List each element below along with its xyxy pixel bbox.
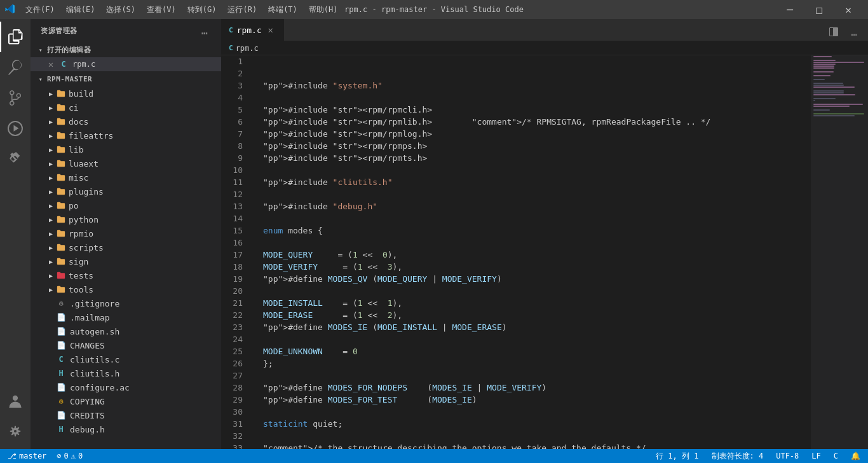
language-status[interactable]: C (831, 449, 841, 463)
open-editors-section[interactable]: ▾ 打开的编辑器 (31, 42, 221, 57)
statusbar-left: ⎇ master ⊘ 0 ⚠ 0 (5, 449, 85, 463)
sidebar-more-actions[interactable]: … (198, 24, 211, 37)
feedback-icon: 🔔 (851, 452, 860, 460)
tree-item-po[interactable]: ▶po (31, 198, 221, 212)
line-number: 17 (221, 249, 248, 261)
tree-item-credits[interactable]: 📄CREDITS (31, 408, 221, 422)
tree-item-cliutils-h[interactable]: Hcliutils.h (31, 366, 221, 380)
tree-item-sign[interactable]: ▶sign (31, 254, 221, 268)
code-line: "pp">#include "str"><rpm/rpmlib.h> "comm… (263, 116, 811, 128)
more-tabs-button[interactable]: … (845, 23, 863, 41)
folder-chevron: ▶ (46, 116, 56, 127)
menu-select[interactable]: 选择(S) (101, 3, 140, 17)
tree-item-tools[interactable]: ▶tools (31, 282, 221, 296)
position-label: 行 1, 列 1 (656, 451, 698, 462)
file-label: configure.ac (70, 383, 130, 392)
minimap-line (813, 98, 836, 99)
activity-extensions[interactable] (0, 144, 31, 174)
activity-source-control[interactable] (0, 83, 31, 113)
file-label: COPYING (70, 397, 105, 406)
code-line (263, 164, 811, 176)
errors-status[interactable]: ⊘ 0 ⚠ 0 (54, 449, 85, 463)
tab-size-status[interactable]: 制表符长度: 4 (709, 449, 766, 463)
tree-item-build[interactable]: ▶build (31, 86, 221, 100)
folder-chevron: ▶ (46, 214, 56, 225)
open-file-rpm-c[interactable]: ✕ C rpm.c (31, 57, 221, 71)
code-line (263, 285, 811, 297)
git-branch-status[interactable]: ⎇ master (5, 449, 49, 463)
tree-item-scripts[interactable]: ▶scripts (31, 240, 221, 254)
tree-item-ci[interactable]: ▶ci (31, 100, 221, 114)
activity-explorer[interactable] (0, 22, 31, 52)
file-icon: 📄 (56, 312, 66, 322)
code-line: "pp">#include "debug.h" (263, 200, 811, 212)
menu-terminal[interactable]: 终端(T) (263, 3, 302, 17)
code-line: MODE_QUERY = (1 << 0), (263, 249, 811, 261)
file-icon: 📄 (56, 382, 66, 392)
tree-item-tests[interactable]: ▶tests (31, 268, 221, 282)
menu-goto[interactable]: 转到(G) (182, 3, 222, 17)
tab-rpm-c[interactable]: C rpm.c ✕ (221, 19, 284, 41)
activity-account[interactable] (0, 385, 31, 416)
minimap-line (813, 62, 864, 63)
folder-icon (56, 130, 66, 141)
minimap-line (813, 113, 864, 114)
sidebar-content[interactable]: ▾ 打开的编辑器 ✕ C rpm.c ▾ RPM-MASTER ▶build▶c… (31, 42, 221, 449)
code-line: "pp">#include "str"><rpm/rpmts.h> (263, 152, 811, 164)
maximize-button[interactable]: □ (804, 0, 834, 19)
menu-help[interactable]: 帮助(H) (304, 3, 343, 17)
file-icon: ⚙ (56, 298, 66, 308)
close-button[interactable]: ✕ (834, 0, 863, 19)
code-line (263, 237, 811, 249)
menu-run[interactable]: 运行(R) (222, 3, 262, 17)
activity-run[interactable] (0, 113, 31, 144)
feedback-status[interactable]: 🔔 (848, 449, 863, 463)
folder-label: ci (69, 103, 79, 113)
minimap-line (813, 71, 834, 73)
tree-item-autogen-sh[interactable]: 📄autogen.sh (31, 324, 221, 338)
activity-settings[interactable] (0, 416, 31, 446)
tree-item-cliutils-c[interactable]: Ccliutils.c (31, 352, 221, 366)
breadcrumb-icon: C (229, 44, 233, 52)
activity-search[interactable] (0, 52, 31, 83)
tree-item-debug-h[interactable]: Hdebug.h (31, 422, 221, 436)
tree-item-copying[interactable]: ⚙COPYING (31, 394, 221, 408)
minimize-button[interactable]: ─ (775, 0, 804, 19)
tree-item-fileattrs[interactable]: ▶fileattrs (31, 128, 221, 142)
tree-item-configure-ac[interactable]: 📄configure.ac (31, 380, 221, 394)
rpm-master-chevron: ▾ (36, 74, 46, 84)
line-number: 2 (221, 67, 248, 79)
cursor-position[interactable]: 行 1, 列 1 (653, 449, 701, 463)
tree-item-rpmio[interactable]: ▶rpmio (31, 226, 221, 240)
minimap-line (813, 75, 831, 76)
tab-close-icon[interactable]: ✕ (266, 25, 276, 35)
folder-label: tests (69, 271, 93, 280)
menu-file[interactable]: 文件(F) (20, 3, 60, 17)
menu-edit[interactable]: 编辑(E) (61, 3, 100, 17)
tree-item--mailmap[interactable]: 📄.mailmap (31, 310, 221, 324)
folder-chevron: ▶ (46, 130, 56, 141)
tree-item-luaext[interactable]: ▶luaext (31, 156, 221, 170)
code-content[interactable]: "pp">#include "system.h" "pp">#include "… (253, 55, 811, 449)
tree-item-docs[interactable]: ▶docs (31, 114, 221, 128)
editor-area: C rpm.c ✕ … C rpm.c 123456789101112131 (221, 19, 868, 449)
minimap-line (813, 94, 855, 95)
tree-item--gitignore[interactable]: ⚙.gitignore (31, 296, 221, 310)
tree-item-python[interactable]: ▶python (31, 212, 221, 226)
split-editor-button[interactable] (825, 23, 843, 41)
rpm-master-section[interactable]: ▾ RPM-MASTER (31, 71, 221, 86)
folder-label: plugins (69, 187, 104, 197)
minimap-line (813, 56, 832, 57)
tree-item-plugins[interactable]: ▶plugins (31, 184, 221, 198)
tree-item-lib[interactable]: ▶lib (31, 142, 221, 156)
encoding-status[interactable]: UTF-8 (773, 449, 801, 463)
line-ending-status[interactable]: LF (809, 449, 823, 463)
menu-view[interactable]: 查看(V) (142, 3, 181, 17)
close-rpm-c-icon[interactable]: ✕ (46, 59, 56, 69)
tree-item-changes[interactable]: 📄CHANGES (31, 338, 221, 352)
line-number: 16 (221, 237, 248, 249)
tree-item-misc[interactable]: ▶misc (31, 170, 221, 184)
folder-chevron: ▶ (46, 102, 56, 113)
minimap-line (813, 115, 855, 116)
open-editors-chevron: ▾ (36, 45, 46, 55)
